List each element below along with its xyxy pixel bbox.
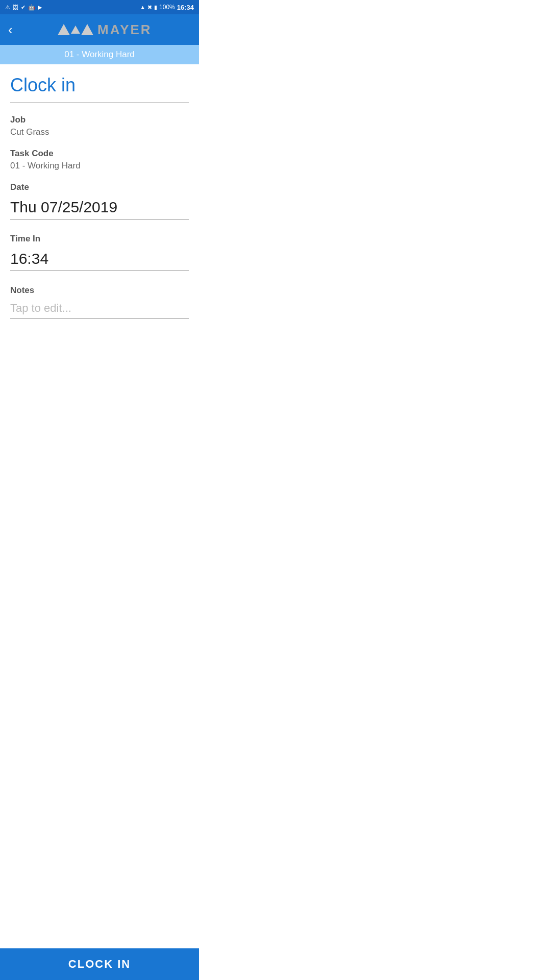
check-icon: ✔ [21, 4, 26, 11]
date-input[interactable] [10, 195, 189, 219]
warning-icon: ⚠ [5, 4, 10, 11]
logo-triangle-left [58, 24, 70, 35]
app-logo: MAYER [19, 22, 191, 38]
status-icons-left: ⚠ 🖼 ✔ 🤖 ▶ [5, 4, 42, 11]
time-in-field-group: Time In [10, 234, 189, 271]
notes-input[interactable] [10, 299, 189, 318]
sub-header-text: 01 - Working Hard [64, 50, 135, 60]
task-code-value: 01 - Working Hard [10, 161, 189, 171]
wifi-icon: ▲ [140, 4, 145, 10]
logo-text: MAYER [97, 22, 152, 38]
status-icons-right: ▲ ✖ ▮ 100% 16:34 [140, 4, 194, 11]
main-content: Clock in Job Cut Grass Task Code 01 - Wo… [0, 64, 199, 384]
logo-triangle-right [81, 24, 93, 35]
time-in-input[interactable] [10, 247, 189, 271]
job-value: Cut Grass [10, 127, 189, 137]
task-code-label: Task Code [10, 149, 189, 159]
status-bar: ⚠ 🖼 ✔ 🤖 ▶ ▲ ✖ ▮ 100% 16:34 [0, 0, 199, 14]
logo-symbol [58, 24, 93, 35]
back-button[interactable]: ‹ [8, 23, 13, 36]
sub-header: 01 - Working Hard [0, 45, 199, 64]
page-title: Clock in [10, 75, 189, 96]
date-label: Date [10, 182, 189, 192]
notes-label: Notes [10, 285, 189, 296]
app-bar: ‹ MAYER [0, 14, 199, 45]
job-field-group: Job Cut Grass [10, 115, 189, 137]
job-label: Job [10, 115, 189, 125]
play-icon: ▶ [38, 4, 42, 11]
battery-icon: ▮ [154, 4, 157, 11]
notes-field-group: Notes [10, 285, 189, 318]
status-time: 16:34 [177, 4, 194, 11]
logo-triangle-small [71, 26, 80, 34]
image-icon: 🖼 [13, 4, 18, 10]
divider [10, 102, 189, 103]
android-icon: 🤖 [28, 4, 35, 11]
signal-off-icon: ✖ [147, 4, 152, 11]
date-field-group: Date [10, 182, 189, 219]
time-in-label: Time In [10, 234, 189, 244]
battery-percent: 100% [159, 4, 175, 11]
task-code-field-group: Task Code 01 - Working Hard [10, 149, 189, 171]
